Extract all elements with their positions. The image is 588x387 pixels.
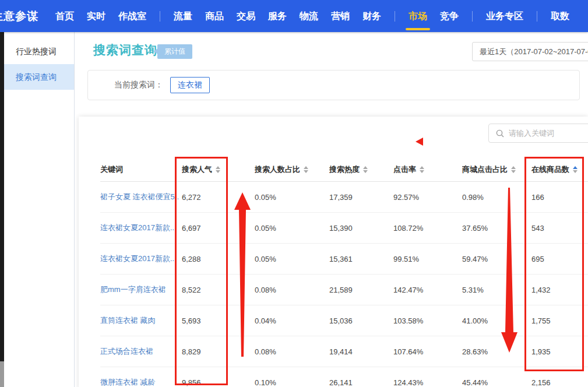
searcher-ratio-value: 0.08% [255,286,329,294]
ctr-value: 107.64% [393,347,462,356]
nav-item-data-extract[interactable]: 取数 [544,0,576,32]
table-row: 连衣裙女夏2017新款... 6,288 0.05% 15,361 99.51%… [100,244,588,275]
current-search-card: 当前搜索词： 连衣裙 [87,70,580,100]
page-title: 搜索词查询 [93,42,157,58]
searcher-ratio-value: 0.04% [255,316,329,325]
sort-icon[interactable] [304,166,308,173]
search-heat-value: 15,390 [329,224,393,233]
nav-item-traffic[interactable]: 流量 [167,0,199,32]
keyword-link[interactable]: 裙子女夏 连衣裙便宜5.. [100,192,182,202]
keyword-search-box[interactable] [488,124,588,143]
keywords-table: 关键词 搜索人气 搜索人数占比 搜索热度 点击率 商城点击占比 [79,157,588,387]
col-header-label: 搜索人数占比 [255,164,300,175]
sort-icon[interactable] [216,166,220,173]
col-header-mall-click-ratio[interactable]: 商城点击占比 [462,164,531,175]
table-row: 肥mm一字肩连衣裙 8,522 0.08% 21,589 142.47% 5.3… [100,275,588,305]
searcher-ratio-value: 0.08% [255,347,329,356]
nav-item-market[interactable]: 市场 [402,0,434,32]
search-popularity-value: 6,697 [182,224,255,233]
app-logo: 生意参谋 [0,9,38,24]
col-header-search-heat[interactable]: 搜索热度 [329,164,393,175]
top-nav: 生意参谋 首页 实时 作战室 流量 商品 交易 服务 物流 营销 财务 市场 竞… [0,0,588,32]
results-table-card: 关键词 搜索人气 搜索人数占比 搜索热度 点击率 商城点击占比 [79,117,588,387]
online-products-value: 695 [531,255,588,263]
col-header-ctr[interactable]: 点击率 [393,164,462,175]
keyword-link[interactable]: 肥mm一字肩连衣裙 [100,284,182,295]
nav-divider [160,11,160,22]
mall-click-ratio-value: 37.65% [462,224,531,233]
searcher-ratio-value: 0.05% [255,255,329,263]
nav-item-business-zone[interactable]: 业务专区 [480,0,530,32]
searcher-ratio-value: 0.05% [255,193,329,202]
searcher-ratio-value: 0.05% [255,224,329,233]
online-products-value: 543 [531,224,588,233]
col-header-label: 商城点击占比 [462,164,508,175]
col-header-searcher-ratio[interactable]: 搜索人数占比 [255,164,329,175]
search-heat-value: 17,359 [329,193,393,202]
col-header-label: 搜索热度 [329,164,360,175]
cumulative-value-badge: 累计值 [157,44,192,59]
online-products-value: 1,432 [531,286,588,294]
online-products-value: 1,935 [531,347,588,356]
search-popularity-value: 5,693 [182,316,255,325]
col-header-label: 搜索人气 [182,164,212,175]
search-heat-value: 21,589 [329,286,393,294]
keyword-link[interactable]: 微胖连衣裙 减龄 [100,377,182,387]
keyword-link[interactable]: 正式场合连衣裙 [100,346,182,357]
col-header-label: 在线商品数 [531,164,569,175]
sort-icon-active-asc[interactable] [573,166,578,173]
ctr-value: 92.57% [393,193,462,202]
date-range-selector[interactable]: 最近1天（2017-07-02~2017-07-02） [472,42,588,61]
online-products-value: 1,755 [531,316,588,325]
nav-item-logistics[interactable]: 物流 [293,0,325,32]
online-products-value: 2,156 [531,378,588,387]
nav-item-goods[interactable]: 商品 [199,0,230,32]
ctr-value: 103.58% [393,316,462,325]
mall-click-ratio-value: 0.98% [462,193,531,202]
col-header-label: 点击率 [393,164,416,175]
sort-icon[interactable] [420,166,424,173]
keyword-link[interactable]: 连衣裙女夏2017新款... [100,223,182,233]
searcher-ratio-value: 0.10% [255,378,329,387]
mall-click-ratio-value: 59.47% [462,255,531,263]
online-products-value: 166 [531,193,588,202]
nav-item-finance[interactable]: 财务 [356,0,388,32]
ctr-value: 108.72% [393,224,462,233]
nav-item-service[interactable]: 服务 [262,0,293,32]
nav-item-marketing[interactable]: 营销 [325,0,356,32]
window-edge-strip [0,32,4,361]
window-edge-strip-bottom [0,361,4,387]
nav-item-realtime[interactable]: 实时 [80,0,112,32]
nav-divider [472,11,473,22]
current-search-label: 当前搜索词： [114,80,163,90]
col-header-online-products[interactable]: 在线商品数 [531,164,588,175]
nav-item-home[interactable]: 首页 [49,0,80,32]
col-header-search-popularity[interactable]: 搜索人气 [182,164,255,175]
sidebar-item-industry-hot-words[interactable]: 行业热搜词 [4,38,74,64]
search-term-chip[interactable]: 连衣裙 [170,77,210,93]
nav-item-competition[interactable]: 竞争 [434,0,465,32]
mall-click-ratio-value: 5.31% [462,286,531,294]
sidebar-item-search-word-query[interactable]: 搜索词查询 [4,64,74,90]
keyword-link[interactable]: 直筒连衣裙 藏肉 [100,315,182,326]
table-row: 裙子女夏 连衣裙便宜5.. 6,272 0.05% 17,359 92.57% … [100,182,588,213]
table-row: 微胖连衣裙 减龄 9,856 0.10% 26,141 124.43% 45.4… [100,367,588,387]
sort-icon[interactable] [363,166,368,173]
col-header-label: 关键词 [100,164,123,175]
nav-item-warroom[interactable]: 作战室 [112,0,153,32]
mall-click-ratio-value: 28.63% [462,347,531,356]
table-row: 正式场合连衣裙 8,829 0.08% 19,414 107.64% 28.63… [100,336,588,367]
col-header-keyword[interactable]: 关键词 [100,164,182,175]
table-row: 连衣裙女夏2017新款... 6,697 0.05% 15,390 108.72… [100,213,588,244]
nav-item-trade[interactable]: 交易 [230,0,262,32]
keyword-search-input[interactable] [509,129,588,138]
sidebar: 行业热搜词 搜索词查询 [4,32,75,387]
search-popularity-value: 8,522 [182,286,255,294]
mall-click-ratio-value: 41.00% [462,316,531,325]
keyword-link[interactable]: 连衣裙女夏2017新款... [100,254,182,264]
ctr-value: 142.47% [393,286,462,294]
table-header-row: 关键词 搜索人气 搜索人数占比 搜索热度 点击率 商城点击占比 [100,157,588,182]
table-row: 直筒连衣裙 藏肉 5,693 0.04% 15,036 103.58% 41.0… [100,305,588,336]
mall-click-ratio-value: 45.44% [462,378,531,387]
sort-icon[interactable] [511,166,516,173]
